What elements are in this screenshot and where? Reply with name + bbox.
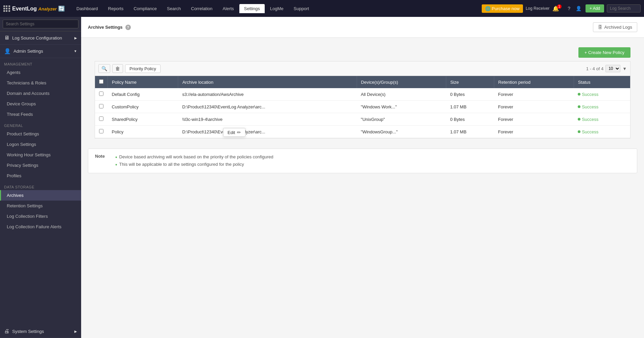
purchase-button[interactable]: 🌐 Purchase now bbox=[482, 4, 523, 13]
sidebar-system-settings[interactable]: 🖨 System Settings ▶ bbox=[0, 325, 81, 338]
sidebar-item-device-groups[interactable]: Device Groups bbox=[0, 99, 81, 109]
nav-dashboard[interactable]: Dashboard bbox=[72, 4, 103, 13]
admin-settings-icon: 👤 bbox=[4, 48, 11, 54]
purchase-icon: 🌐 bbox=[485, 6, 491, 11]
sidebar-item-threat-feeds[interactable]: Threat Feeds bbox=[0, 109, 81, 120]
note-content: Note Device based archiving will work ba… bbox=[95, 154, 630, 168]
system-settings-icon: 🖨 bbox=[4, 328, 9, 334]
pagination-info: 1 - 4 of 4 10 ▼ bbox=[586, 65, 627, 72]
nav-support[interactable]: Support bbox=[289, 4, 314, 13]
content-header: Archive Settings ? 🗄 Archived Logs bbox=[81, 17, 644, 38]
logo: EventLog Analyzer 🔄 bbox=[3, 5, 65, 12]
select-all-checkbox[interactable] bbox=[99, 79, 103, 84]
main-layout: 🖥 Log Source Configuration ▶ 👤 Admin Set… bbox=[0, 17, 644, 338]
content-inner: Archive Settings ? 🗄 Archived Logs + Cre… bbox=[81, 17, 644, 173]
row-policy-name-1: CustomPolicy bbox=[108, 101, 178, 113]
status-dot-3 bbox=[578, 130, 580, 133]
table-row: SharedPolicy \\l3c-win19-4\archive "Unix… bbox=[95, 113, 630, 126]
header-devices-groups: Device(s)/Group(s) bbox=[357, 76, 446, 88]
logo-grid-icon bbox=[3, 5, 10, 12]
row-archive-location-1: D:\Product\12340\EventLog Analyzer\arc..… bbox=[178, 101, 357, 113]
sidebar-search-input[interactable] bbox=[3, 20, 78, 28]
table-row: CustomPolicy D:\Product\12340\EventLog A… bbox=[95, 101, 630, 113]
row-archive-location-0: s3://ela-automation/AwsArchive bbox=[178, 88, 357, 101]
content-area: Archive Settings ? 🗄 Archived Logs + Cre… bbox=[81, 17, 644, 338]
row-policy-name-3: Policy bbox=[108, 126, 178, 138]
nav-correlation[interactable]: Correlation bbox=[186, 4, 217, 13]
per-page-select[interactable]: 10 bbox=[605, 65, 620, 72]
admin-settings-arrow-icon: ▼ bbox=[74, 49, 77, 53]
nav-compliance[interactable]: Compliance bbox=[129, 4, 162, 13]
category-data-storage: Data Storage bbox=[0, 183, 81, 190]
row-checkbox-input-3[interactable] bbox=[99, 129, 103, 133]
delete-toolbar-button[interactable]: 🗑 bbox=[112, 64, 123, 73]
sidebar-item-logon-settings[interactable]: Logon Settings bbox=[0, 139, 81, 150]
row-policy-name-0: Default Config bbox=[108, 88, 178, 101]
sidebar: 🖥 Log Source Configuration ▶ 👤 Admin Set… bbox=[0, 17, 81, 338]
table-toolbar: 🔍 🗑 Priority Policy 1 - 4 of 4 10 ▼ bbox=[95, 61, 630, 76]
nav-settings[interactable]: Settings bbox=[239, 4, 265, 13]
row-checkbox-1 bbox=[95, 101, 108, 113]
row-checkbox-input-0[interactable] bbox=[99, 92, 103, 96]
table-section: 🔍 🗑 Priority Policy 1 - 4 of 4 10 ▼ bbox=[81, 58, 644, 142]
row-retention-0: Forever bbox=[494, 88, 574, 101]
page-title: Archive Settings ? bbox=[88, 25, 131, 30]
nav-alerts[interactable]: Alerts bbox=[218, 4, 239, 13]
note-list: Device based archiving will work based o… bbox=[115, 154, 273, 168]
sidebar-item-agents[interactable]: Agents bbox=[0, 67, 81, 78]
notification-badge: 1 bbox=[557, 4, 562, 9]
row-status-0: Success bbox=[574, 88, 630, 101]
sidebar-item-technicians-roles[interactable]: Technicians & Roles bbox=[0, 78, 81, 88]
log-source-arrow-icon: ▶ bbox=[74, 36, 77, 40]
nav-search[interactable]: Search bbox=[162, 4, 186, 13]
priority-policy-button[interactable]: Priority Policy bbox=[125, 64, 161, 73]
log-receiver-label[interactable]: Log Receiver bbox=[526, 6, 550, 11]
table-row: Default Config s3://ela-automation/AwsAr… bbox=[95, 88, 630, 101]
policies-table: Policy Name Archive location Device(s)/G… bbox=[95, 76, 630, 138]
log-search-input[interactable] bbox=[607, 4, 641, 12]
sidebar-item-privacy-settings[interactable]: Privacy Settings bbox=[0, 160, 81, 171]
sidebar-search-container bbox=[0, 17, 81, 31]
row-size-0: 0 Bytes bbox=[446, 88, 494, 101]
row-checkbox-input-2[interactable] bbox=[99, 116, 103, 121]
archive-icon: 🗄 bbox=[598, 25, 602, 30]
create-policy-button[interactable]: + Create New Policy bbox=[578, 47, 630, 58]
edit-tooltip: Edit ✏ bbox=[223, 128, 245, 137]
sidebar-item-log-collection-filters[interactable]: Log Collection Filters bbox=[0, 211, 81, 222]
header-retention: Retention period bbox=[494, 76, 574, 88]
user-icon[interactable]: 👤 bbox=[574, 4, 583, 12]
row-checkbox-input-1[interactable] bbox=[99, 104, 103, 108]
category-general: General bbox=[0, 122, 81, 129]
search-toolbar-button[interactable]: 🔍 bbox=[98, 64, 110, 73]
add-button[interactable]: + Add bbox=[586, 4, 604, 12]
sidebar-item-working-hour-settings[interactable]: Working Hour Settings bbox=[0, 150, 81, 160]
note-item-2: This will be applicable to all the setti… bbox=[115, 161, 273, 168]
sidebar-item-archives[interactable]: Archives bbox=[0, 190, 81, 201]
edit-pencil-icon[interactable]: ✏ bbox=[237, 130, 241, 135]
help-circle-icon[interactable]: ? bbox=[125, 25, 131, 30]
edit-label: Edit bbox=[228, 130, 235, 135]
sidebar-item-product-settings[interactable]: Product Settings bbox=[0, 129, 81, 139]
table-container: 🔍 🗑 Priority Policy 1 - 4 of 4 10 ▼ bbox=[95, 61, 630, 138]
row-size-3: 1.07 MB bbox=[446, 126, 494, 138]
nav-logme[interactable]: LogMe bbox=[265, 4, 288, 13]
sidebar-admin-settings[interactable]: 👤 Admin Settings ▼ bbox=[0, 45, 81, 58]
row-devices-groups-0: All Device(s) bbox=[357, 88, 446, 101]
sidebar-item-retention-settings[interactable]: Retention Settings bbox=[0, 201, 81, 211]
nav-menu: Dashboard Reports Compliance Search Corr… bbox=[72, 4, 482, 13]
note-section: Note Device based archiving will work ba… bbox=[88, 149, 637, 173]
sidebar-item-domain-accounts[interactable]: Domain and Accounts bbox=[0, 88, 81, 99]
help-icon[interactable]: ? bbox=[566, 4, 572, 12]
sidebar-item-profiles[interactable]: Profiles bbox=[0, 171, 81, 181]
notification-icon[interactable]: 🔔1 bbox=[552, 5, 564, 12]
archived-logs-button[interactable]: 🗄 Archived Logs bbox=[593, 22, 637, 32]
sidebar-item-log-collection-failure-alerts[interactable]: Log Collection Failure Alerts bbox=[0, 222, 81, 232]
admin-settings-label: Admin Settings bbox=[14, 49, 43, 54]
row-status-3: Success bbox=[574, 126, 630, 138]
nav-reports[interactable]: Reports bbox=[103, 4, 128, 13]
row-checkbox-3 bbox=[95, 126, 108, 138]
header-archive-location: Archive location bbox=[178, 76, 357, 88]
row-checkbox-0 bbox=[95, 88, 108, 101]
table-row: Policy D:\Product\12340\EventLog Analyze… bbox=[95, 126, 630, 138]
sidebar-log-source[interactable]: 🖥 Log Source Configuration ▶ bbox=[0, 31, 81, 45]
